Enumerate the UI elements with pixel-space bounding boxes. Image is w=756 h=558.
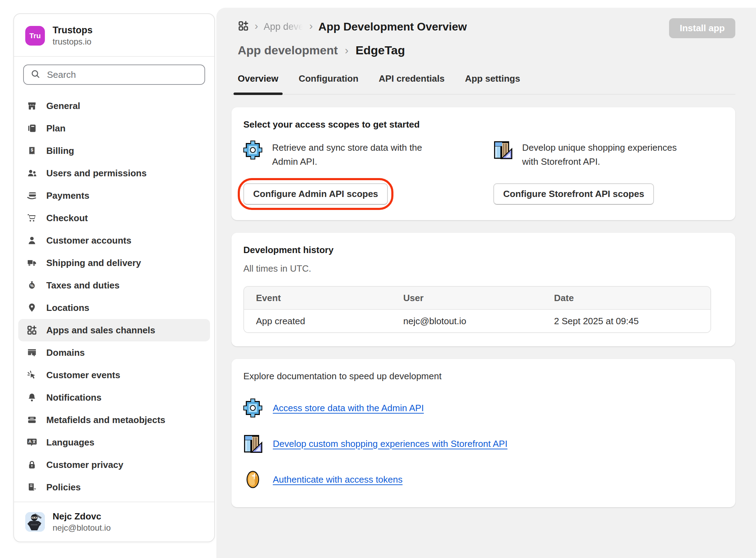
column-header-date: Date [542,287,710,310]
configure-storefront-api-scopes-button[interactable]: Configure Storefront API scopes [493,183,654,205]
access-scopes-card: Select your access scopes to get started… [231,107,735,220]
payments-icon [27,190,37,201]
docs-link-list: Access store data with the Admin APIDeve… [243,399,723,489]
breadcrumb-parent-link[interactable]: App deve [264,21,304,32]
storefront-api-scope-section: Develop unique shopping experiences with… [493,141,723,205]
storefront-pixel-icon [243,434,262,453]
sidebar-item-label: Notifications [46,392,101,403]
sidebar-item-label: Locations [46,302,89,313]
history-card-title: Development history [243,245,723,256]
user-email: nejc@blotout.io [53,523,111,533]
admin-api-scope-section: Retrieve and sync store data with the Ad… [243,141,478,205]
column-header-event: Event [244,287,391,310]
breadcrumb: › App deve › App Development Overview [231,14,735,34]
sidebar-item-label: General [46,101,80,111]
sidebar-item-label: Taxes and duties [46,280,120,291]
tab-app-settings[interactable]: App settings [465,73,520,94]
sidebar-item-billing[interactable]: $Billing [18,140,210,162]
sidebar-item-label: Policies [46,482,81,493]
docs-card-title: Explore documentation to speed up develo… [243,371,723,382]
store-icon [27,101,37,111]
sidebar-item-plan[interactable]: Plan [18,117,210,140]
bell-icon [27,392,37,403]
users-icon [27,168,37,178]
sidebar-item-label: Checkout [46,213,88,224]
tab-configuration[interactable]: Configuration [299,73,358,94]
gear-pixel-icon [243,399,262,417]
doc-link-row: Authenticate with access tokens [243,470,723,489]
plan-icon [27,123,37,134]
cursor-sparks-icon [27,370,37,380]
install-app-button[interactable]: Install app [669,18,735,38]
truck-icon [27,258,37,268]
sidebar-item-languages[interactable]: ALanguages [18,431,210,454]
sidebar-item-locations[interactable]: Locations [18,297,210,319]
sidebar-item-payments[interactable]: Payments [18,184,210,207]
sidebar-item-label: Billing [46,145,74,156]
user-avatar [25,512,45,532]
sidebar-item-label: Plan [46,123,66,134]
storefront-api-description: Develop unique shopping experiences with… [522,141,680,169]
search-icon [30,69,41,81]
configure-admin-api-scopes-button[interactable]: Configure Admin API scopes [243,183,388,205]
sidebar-item-customer-accounts[interactable]: Customer accounts [18,229,210,252]
admin-api-description: Retrieve and sync store data with the Ad… [272,141,430,169]
doc-link-row: Develop custom shopping experiences with… [243,434,723,453]
access-tokens-doc-link[interactable]: Authenticate with access tokens [273,474,403,485]
billing-icon: $ [27,145,37,156]
sidebar-item-users-and-permissions[interactable]: Users and permissions [18,162,210,184]
sidebar-item-customer-privacy[interactable]: Customer privacy [18,454,210,476]
tab-api-credentials[interactable]: API credentials [379,73,445,94]
translate-icon: A [27,437,37,448]
page-header-separator: › [345,44,349,57]
svg-text:%: % [30,284,34,288]
history-table-body: App creatednejc@blotout.io2 Sept 2025 at… [244,310,710,332]
sidebar-item-checkout[interactable]: Checkout [18,207,210,229]
sidebar-item-notifications[interactable]: Notifications [18,386,210,409]
store-avatar: Tru [25,26,45,46]
sidebar-item-label: Customer events [46,370,120,381]
history-card-subtitle: All times in UTC. [243,263,723,274]
search-input[interactable] [46,69,198,81]
sidebar-item-general[interactable]: General [18,95,210,117]
sidebar-item-label: Apps and sales channels [46,325,155,336]
sidebar-item-apps-and-sales-channels[interactable]: Apps and sales channels [18,319,210,341]
sidebar-item-label: Domains [46,347,85,358]
breadcrumb-separator: › [255,21,258,31]
domains-icon [27,347,37,358]
cart-icon [27,213,37,223]
apps-grid-icon[interactable] [238,20,249,33]
sidebar-search-box[interactable] [23,64,205,85]
breadcrumb-separator: › [309,21,313,31]
svg-text:$: $ [31,147,33,152]
column-header-user: User [391,287,542,310]
sidebar-item-policies[interactable]: Policies [18,476,210,498]
user-section: Nejc Zdovc nejc@blotout.io [14,502,214,542]
sidebar-item-label: Languages [46,437,94,448]
pin-icon [27,302,37,313]
sidebar-item-label: Shipping and delivery [46,258,141,268]
scopes-card-title: Select your access scopes to get started [243,119,723,130]
sidebar-item-metafields-and-metaobjects[interactable]: Metafields and metaobjects [18,409,210,431]
page-title: EdgeTag [356,43,405,57]
tab-overview[interactable]: Overview [238,73,278,94]
sidebar-item-shipping-and-delivery[interactable]: Shipping and delivery [18,252,210,274]
sidebar-item-label: Customer privacy [46,460,123,470]
history-table-header-row: EventUserDate [244,287,710,310]
admin-api-doc-link[interactable]: Access store data with the Admin API [273,403,424,414]
sidebar-item-customer-events[interactable]: Customer events [18,364,210,386]
page-header-parent[interactable]: App development [238,43,338,57]
store-domain: trustops.io [53,36,93,47]
table-row: App creatednejc@blotout.io2 Sept 2025 at… [244,310,710,332]
documentation-card: Explore documentation to speed up develo… [231,359,735,507]
settings-sidebar: Tru Trustops trustops.io GeneralPlan$Bil… [13,13,215,542]
sidebar-item-taxes-and-duties[interactable]: %Taxes and duties [18,274,210,297]
storefront-api-doc-link[interactable]: Develop custom shopping experiences with… [273,438,507,449]
tab-bar: OverviewConfigurationAPI credentialsApp … [231,73,735,94]
sidebar-item-domains[interactable]: Domains [18,341,210,364]
development-history-card: Development history All times in UTC. Ev… [231,233,735,346]
apps-grid-icon [27,325,37,335]
store-name: Trustops [53,25,93,36]
sidebar-nav: GeneralPlan$BillingUsers and permissions… [14,88,214,502]
sidebar-item-label: Payments [46,190,89,201]
